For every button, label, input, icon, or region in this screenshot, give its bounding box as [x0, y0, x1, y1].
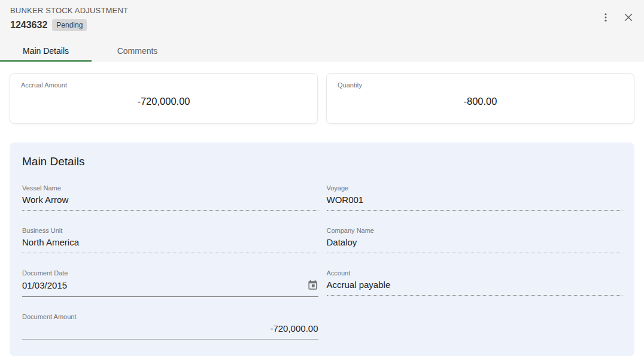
card-value: -800.00	[338, 96, 623, 107]
field-value: WOR001	[327, 195, 364, 205]
field-label: Vessel Name	[22, 184, 318, 192]
card-value: -720,000.00	[21, 96, 306, 107]
card-label: Accrual Amount	[21, 81, 306, 89]
field-value[interactable]: -720,000.00	[22, 323, 318, 333]
main-details-section: Main Details Vessel Name Work Arrow Voya…	[10, 142, 634, 356]
calendar-icon[interactable]	[307, 280, 318, 291]
card-label: Quantity	[338, 81, 623, 89]
bunker-stock-adjustment-dialog: BUNKER STOCK ADJUSTMENT 1243632 Pending …	[0, 0, 644, 356]
document-id-row: 1243632 Pending	[10, 19, 87, 31]
accrual-amount-card: Accrual Amount -720,000.00	[10, 73, 318, 124]
fields-grid: Vessel Name Work Arrow Voyage WOR001 Bus…	[22, 184, 622, 339]
field-voyage: Voyage WOR001	[327, 184, 623, 211]
field-value: Accrual payable	[327, 280, 391, 290]
field-label: Company Name	[327, 227, 623, 234]
kebab-menu-icon[interactable]	[599, 10, 613, 25]
field-document-amount[interactable]: Document Amount -720,000.00	[22, 313, 318, 339]
field-label: Voyage	[327, 184, 623, 192]
tab-bar: Main Details Comments	[0, 40, 644, 62]
field-company-name: Company Name Dataloy	[327, 227, 623, 253]
field-document-date[interactable]: Document Date 01/03/2015	[22, 269, 318, 297]
document-id: 1243632	[10, 20, 47, 31]
quantity-card: Quantity -800.00	[326, 73, 634, 124]
status-badge: Pending	[52, 19, 87, 31]
field-value: Work Arrow	[22, 195, 68, 205]
field-value: North America	[22, 237, 79, 247]
section-heading: Main Details	[22, 155, 622, 168]
tab-comments[interactable]: Comments	[92, 40, 183, 62]
field-label: Document Date	[22, 269, 318, 277]
field-value[interactable]: 01/03/2015	[22, 280, 67, 290]
field-label: Account	[327, 269, 623, 277]
field-business-unit: Business Unit North America	[22, 227, 318, 253]
dialog-title: BUNKER STOCK ADJUSTMENT	[10, 6, 128, 15]
dialog-header: BUNKER STOCK ADJUSTMENT 1243632 Pending …	[0, 0, 644, 62]
field-label: Business Unit	[22, 227, 318, 234]
tab-main-details[interactable]: Main Details	[0, 40, 92, 62]
summary-cards-row: Accrual Amount -720,000.00 Quantity -800…	[10, 73, 634, 124]
header-actions	[599, 10, 636, 25]
field-label: Document Amount	[22, 313, 318, 320]
close-icon[interactable]	[621, 10, 636, 25]
field-value: Dataloy	[327, 237, 357, 247]
field-vessel-name: Vessel Name Work Arrow	[22, 184, 318, 211]
field-account: Account Accrual payable	[327, 269, 623, 297]
